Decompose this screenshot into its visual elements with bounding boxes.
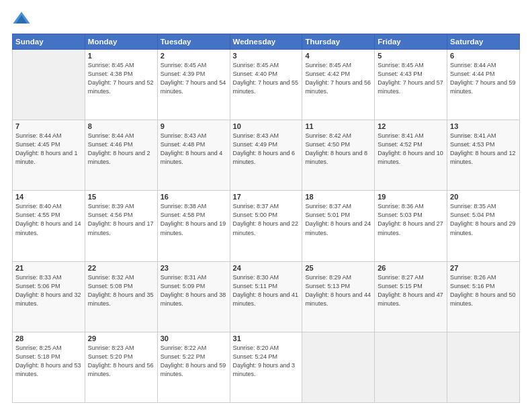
calendar-header-tuesday: Tuesday	[157, 34, 230, 50]
calendar-cell: 3Sunrise: 8:45 AMSunset: 4:40 PMDaylight…	[230, 50, 302, 120]
calendar-week-row: 14Sunrise: 8:40 AMSunset: 4:55 PMDayligh…	[13, 191, 520, 261]
day-number: 8	[88, 122, 154, 130]
calendar-cell: 4Sunrise: 8:45 AMSunset: 4:42 PMDaylight…	[302, 50, 375, 120]
day-info: Sunrise: 8:37 AMSunset: 5:00 PMDaylight:…	[233, 202, 300, 237]
day-info: Sunrise: 8:41 AMSunset: 4:52 PMDaylight:…	[378, 132, 444, 167]
day-number: 14	[15, 193, 82, 201]
day-number: 2	[161, 52, 227, 60]
calendar-cell: 22Sunrise: 8:32 AMSunset: 5:08 PMDayligh…	[85, 261, 157, 332]
logo-icon	[12, 9, 31, 28]
day-info: Sunrise: 8:44 AMSunset: 4:46 PMDaylight:…	[88, 132, 154, 167]
calendar-cell: 26Sunrise: 8:27 AMSunset: 5:15 PMDayligh…	[375, 261, 447, 332]
calendar-cell: 18Sunrise: 8:37 AMSunset: 5:01 PMDayligh…	[302, 191, 375, 261]
calendar-cell	[302, 332, 375, 402]
calendar-week-row: 21Sunrise: 8:33 AMSunset: 5:06 PMDayligh…	[13, 261, 520, 332]
day-info: Sunrise: 8:23 AMSunset: 5:20 PMDaylight:…	[88, 344, 154, 379]
calendar-cell: 17Sunrise: 8:37 AMSunset: 5:00 PMDayligh…	[230, 191, 302, 261]
day-info: Sunrise: 8:35 AMSunset: 5:04 PMDaylight:…	[450, 202, 517, 237]
day-info: Sunrise: 8:31 AMSunset: 5:09 PMDaylight:…	[161, 273, 227, 308]
day-info: Sunrise: 8:43 AMSunset: 4:49 PMDaylight:…	[233, 132, 300, 167]
day-number: 12	[378, 122, 444, 130]
day-number: 16	[161, 193, 227, 201]
calendar-cell: 21Sunrise: 8:33 AMSunset: 5:06 PMDayligh…	[13, 261, 85, 332]
calendar-cell: 24Sunrise: 8:30 AMSunset: 5:11 PMDayligh…	[230, 261, 302, 332]
calendar-cell: 30Sunrise: 8:22 AMSunset: 5:22 PMDayligh…	[157, 332, 230, 402]
calendar-cell: 1Sunrise: 8:45 AMSunset: 4:38 PMDaylight…	[85, 50, 157, 120]
day-number: 3	[233, 52, 300, 60]
day-number: 11	[305, 122, 371, 130]
day-info: Sunrise: 8:45 AMSunset: 4:40 PMDaylight:…	[233, 61, 300, 96]
header	[12, 12, 520, 28]
calendar-cell: 15Sunrise: 8:39 AMSunset: 4:56 PMDayligh…	[85, 191, 157, 261]
calendar-table: SundayMondayTuesdayWednesdayThursdayFrid…	[12, 34, 520, 403]
day-number: 15	[88, 193, 154, 201]
day-info: Sunrise: 8:32 AMSunset: 5:08 PMDaylight:…	[88, 273, 154, 308]
day-info: Sunrise: 8:41 AMSunset: 4:53 PMDaylight:…	[450, 132, 517, 167]
calendar-cell: 31Sunrise: 8:20 AMSunset: 5:24 PMDayligh…	[230, 332, 302, 402]
day-info: Sunrise: 8:45 AMSunset: 4:43 PMDaylight:…	[378, 61, 444, 96]
day-number: 21	[15, 264, 82, 272]
calendar-cell: 27Sunrise: 8:26 AMSunset: 5:16 PMDayligh…	[447, 261, 520, 332]
day-number: 30	[161, 334, 227, 342]
day-info: Sunrise: 8:33 AMSunset: 5:06 PMDaylight:…	[15, 273, 82, 308]
calendar-cell: 25Sunrise: 8:29 AMSunset: 5:13 PMDayligh…	[302, 261, 375, 332]
calendar-week-row: 1Sunrise: 8:45 AMSunset: 4:38 PMDaylight…	[13, 50, 520, 120]
day-number: 20	[450, 193, 517, 201]
day-number: 25	[305, 264, 371, 272]
calendar-cell: 8Sunrise: 8:44 AMSunset: 4:46 PMDaylight…	[85, 120, 157, 191]
calendar-cell: 9Sunrise: 8:43 AMSunset: 4:48 PMDaylight…	[157, 120, 230, 191]
day-info: Sunrise: 8:22 AMSunset: 5:22 PMDaylight:…	[161, 344, 227, 379]
calendar-cell: 23Sunrise: 8:31 AMSunset: 5:09 PMDayligh…	[157, 261, 230, 332]
logo	[12, 12, 34, 28]
day-info: Sunrise: 8:40 AMSunset: 4:55 PMDaylight:…	[15, 202, 82, 237]
day-info: Sunrise: 8:45 AMSunset: 4:42 PMDaylight:…	[305, 61, 371, 96]
day-number: 1	[88, 52, 154, 60]
day-info: Sunrise: 8:39 AMSunset: 4:56 PMDaylight:…	[88, 202, 154, 237]
day-number: 19	[378, 193, 444, 201]
calendar-header-row: SundayMondayTuesdayWednesdayThursdayFrid…	[13, 34, 520, 50]
day-info: Sunrise: 8:44 AMSunset: 4:45 PMDaylight:…	[15, 132, 82, 167]
day-number: 23	[161, 264, 227, 272]
day-number: 29	[88, 334, 154, 342]
day-number: 4	[305, 52, 371, 60]
calendar-header-thursday: Thursday	[302, 34, 375, 50]
calendar-cell: 10Sunrise: 8:43 AMSunset: 4:49 PMDayligh…	[230, 120, 302, 191]
day-info: Sunrise: 8:37 AMSunset: 5:01 PMDaylight:…	[305, 202, 371, 237]
day-info: Sunrise: 8:30 AMSunset: 5:11 PMDaylight:…	[233, 273, 300, 308]
day-number: 5	[378, 52, 444, 60]
day-info: Sunrise: 8:20 AMSunset: 5:24 PMDaylight:…	[233, 344, 300, 379]
day-number: 10	[233, 122, 300, 130]
day-number: 18	[305, 193, 371, 201]
calendar-cell: 12Sunrise: 8:41 AMSunset: 4:52 PMDayligh…	[375, 120, 447, 191]
day-number: 28	[15, 334, 82, 342]
day-number: 24	[233, 264, 300, 272]
calendar-cell	[375, 332, 447, 402]
day-info: Sunrise: 8:26 AMSunset: 5:16 PMDaylight:…	[450, 273, 517, 308]
calendar-cell: 6Sunrise: 8:44 AMSunset: 4:44 PMDaylight…	[447, 50, 520, 120]
day-number: 26	[378, 264, 444, 272]
day-number: 7	[15, 122, 82, 130]
day-number: 22	[88, 264, 154, 272]
day-number: 17	[233, 193, 300, 201]
day-info: Sunrise: 8:38 AMSunset: 4:58 PMDaylight:…	[161, 202, 227, 237]
calendar-header-saturday: Saturday	[447, 34, 520, 50]
day-info: Sunrise: 8:42 AMSunset: 4:50 PMDaylight:…	[305, 132, 371, 167]
calendar-cell: 16Sunrise: 8:38 AMSunset: 4:58 PMDayligh…	[157, 191, 230, 261]
calendar-week-row: 7Sunrise: 8:44 AMSunset: 4:45 PMDaylight…	[13, 120, 520, 191]
calendar-cell: 2Sunrise: 8:45 AMSunset: 4:39 PMDaylight…	[157, 50, 230, 120]
day-info: Sunrise: 8:29 AMSunset: 5:13 PMDaylight:…	[305, 273, 371, 308]
calendar-cell: 28Sunrise: 8:25 AMSunset: 5:18 PMDayligh…	[13, 332, 85, 402]
calendar-week-row: 28Sunrise: 8:25 AMSunset: 5:18 PMDayligh…	[13, 332, 520, 402]
calendar-header-wednesday: Wednesday	[230, 34, 302, 50]
calendar-header-monday: Monday	[85, 34, 157, 50]
calendar-cell	[13, 50, 85, 120]
calendar-cell: 19Sunrise: 8:36 AMSunset: 5:03 PMDayligh…	[375, 191, 447, 261]
day-number: 31	[233, 334, 300, 342]
page: SundayMondayTuesdayWednesdayThursdayFrid…	[0, 0, 532, 411]
day-info: Sunrise: 8:43 AMSunset: 4:48 PMDaylight:…	[161, 132, 227, 167]
calendar-cell: 29Sunrise: 8:23 AMSunset: 5:20 PMDayligh…	[85, 332, 157, 402]
day-info: Sunrise: 8:27 AMSunset: 5:15 PMDaylight:…	[378, 273, 444, 308]
calendar-cell: 11Sunrise: 8:42 AMSunset: 4:50 PMDayligh…	[302, 120, 375, 191]
calendar-cell	[447, 332, 520, 402]
calendar-header-sunday: Sunday	[13, 34, 85, 50]
